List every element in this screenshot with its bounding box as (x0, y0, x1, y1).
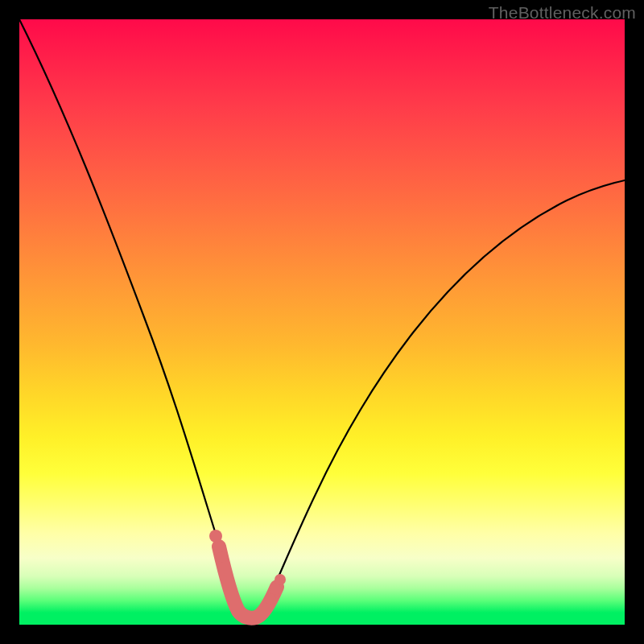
plot-area (19, 19, 625, 625)
highlight-dot (217, 551, 228, 563)
highlight-dot (270, 584, 281, 595)
chart-frame: TheBottleneck.com (0, 0, 644, 644)
watermark-text: TheBottleneck.com (489, 3, 636, 23)
highlight-dot (265, 593, 276, 605)
bottleneck-curve (19, 19, 625, 619)
highlight-dot (209, 530, 222, 543)
highlight-dot (275, 574, 286, 585)
curve-layer (19, 19, 625, 625)
